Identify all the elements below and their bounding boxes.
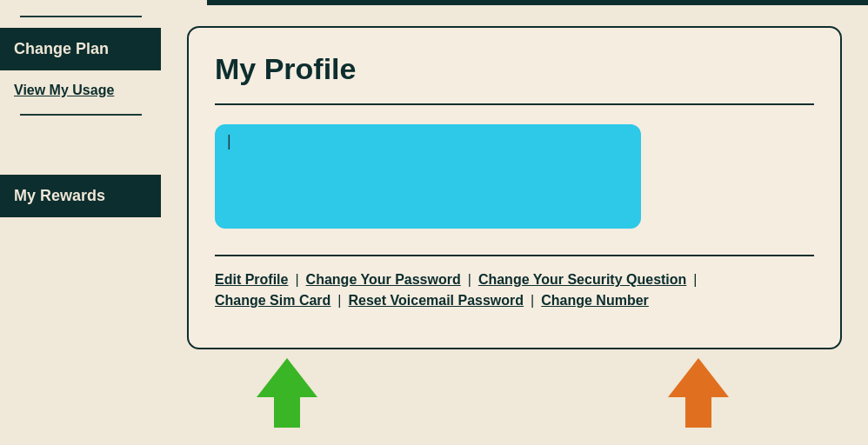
cursor-indicator: | [227, 133, 231, 149]
green-arrow-icon [257, 358, 317, 428]
links-row-1: Edit Profile | Change Your Password | Ch… [215, 272, 814, 288]
links-divider [215, 255, 814, 256]
reset-voicemail-link[interactable]: Reset Voicemail Password [349, 293, 524, 309]
profile-links: Edit Profile | Change Your Password | Ch… [215, 272, 814, 309]
orange-arrow-icon [668, 358, 729, 428]
sidebar-item-change-plan[interactable]: Change Plan [0, 28, 161, 70]
sidebar-divider-mid [20, 114, 142, 116]
bottom-arrows-area [187, 358, 842, 428]
edit-profile-link[interactable]: Edit Profile [215, 272, 288, 288]
links-row-2: Change Sim Card | Reset Voicemail Passwo… [215, 293, 814, 309]
title-divider [215, 103, 814, 105]
change-sim-link[interactable]: Change Sim Card [215, 293, 331, 309]
sidebar-item-my-rewards[interactable]: My Rewards [0, 175, 161, 217]
profile-card: My Profile | Edit Profile | Change Your … [187, 26, 842, 349]
change-security-question-link[interactable]: Change Your Security Question [478, 272, 686, 288]
top-bar [207, 0, 868, 5]
sidebar: Change Plan View My Usage My Rewards [0, 0, 161, 445]
sidebar-item-view-usage[interactable]: View My Usage [0, 74, 161, 107]
change-password-link[interactable]: Change Your Password [306, 272, 461, 288]
svg-marker-0 [257, 358, 317, 428]
main-content: My Profile | Edit Profile | Change Your … [161, 0, 868, 445]
sidebar-divider-top [20, 16, 142, 17]
svg-marker-1 [668, 358, 729, 428]
profile-blue-box: | [215, 124, 641, 229]
page-title: My Profile [215, 52, 814, 86]
change-number-link[interactable]: Change Number [541, 293, 649, 309]
